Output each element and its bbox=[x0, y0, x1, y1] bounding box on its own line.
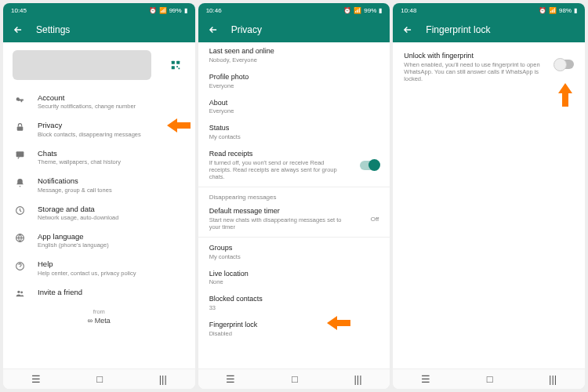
nav-back-icon[interactable]: ||| bbox=[159, 373, 167, 385]
page-title: Privacy bbox=[231, 24, 262, 35]
svg-rect-3 bbox=[176, 66, 178, 67]
fingerprint-screen: 10:48 ⏰📶98%▮ Fingerprint lock Unlock wit… bbox=[393, 3, 585, 389]
people-icon bbox=[14, 289, 25, 299]
item-label: Help bbox=[38, 260, 184, 268]
item-sub: Security notifications, change number bbox=[38, 103, 184, 110]
svg-rect-6 bbox=[16, 151, 24, 157]
item-label: App language bbox=[38, 232, 184, 241]
item-label: Chats bbox=[38, 149, 184, 158]
section-disappearing: Disappearing messages bbox=[198, 189, 390, 202]
settings-item-account[interactable]: AccountSecurity notifications, change nu… bbox=[3, 88, 195, 115]
item-sub: Help center, contact us, privacy policy bbox=[38, 270, 184, 277]
item-label: Invite a friend bbox=[38, 288, 184, 296]
svg-rect-1 bbox=[176, 61, 180, 64]
app-bar: Fingerprint lock bbox=[393, 17, 585, 42]
nav-recent-icon[interactable]: ☰ bbox=[31, 373, 41, 385]
nav-recent-icon[interactable]: ☰ bbox=[421, 373, 430, 385]
settings-list[interactable]: AccountSecurity notifications, change nu… bbox=[3, 42, 195, 368]
privacy-screen: 10:46 ⏰📶99%▮ Privacy Last seen and onlin… bbox=[198, 3, 390, 389]
nav-back-icon[interactable]: ||| bbox=[354, 373, 361, 385]
privacy-item-unlockfingerprint[interactable]: Unlock with fingerprint When enabled, yo… bbox=[393, 42, 585, 87]
key-icon bbox=[14, 94, 25, 105]
item-sub: Theme, wallpapers, chat history bbox=[38, 158, 184, 165]
toggle-readreceipts[interactable] bbox=[360, 161, 379, 170]
item-label: Storage and data bbox=[38, 205, 184, 213]
settings-item-privacy[interactable]: PrivacyBlock contacts, disappearing mess… bbox=[3, 115, 195, 143]
svg-point-10 bbox=[17, 291, 20, 293]
privacy-item-blocked[interactable]: Blocked contacts33 bbox=[198, 290, 390, 316]
item-sub: Block contacts, disappearing messages bbox=[38, 131, 184, 138]
lock-icon bbox=[14, 122, 25, 132]
svg-rect-0 bbox=[171, 61, 174, 64]
page-title: Settings bbox=[36, 24, 70, 35]
item-sub: Message, group & call tones bbox=[38, 187, 184, 194]
chat-icon bbox=[14, 150, 25, 161]
svg-rect-4 bbox=[178, 68, 180, 70]
nav-bar: ☰ □ ||| bbox=[393, 368, 585, 389]
settings-item-notifications[interactable]: NotificationsMessage, group & call tones bbox=[3, 171, 195, 198]
app-bar: Privacy bbox=[198, 17, 390, 42]
page-title: Fingerprint lock bbox=[426, 24, 490, 35]
privacy-item-groups[interactable]: GroupsMy contacts bbox=[198, 239, 390, 265]
settings-item-language[interactable]: App languageEnglish (phone's language) bbox=[3, 227, 195, 254]
footer-brand: ∞ Meta bbox=[3, 317, 195, 331]
status-bar: 10:48 ⏰📶98%▮ bbox=[393, 3, 585, 17]
privacy-item-readreceipts[interactable]: Read receipts If turned off, you won't s… bbox=[198, 145, 390, 185]
svg-rect-2 bbox=[171, 66, 174, 69]
fingerprint-content: Unlock with fingerprint When enabled, yo… bbox=[393, 42, 585, 368]
settings-screen: 10:45 ⏰📶99%▮ Settings AccountSecurity no… bbox=[3, 3, 195, 389]
divider bbox=[198, 187, 390, 187]
status-icons: ⏰📶99%▮ bbox=[343, 7, 382, 14]
privacy-item-livelocation[interactable]: Live locationNone bbox=[198, 265, 390, 291]
status-icons: ⏰📶98%▮ bbox=[539, 7, 577, 14]
bell-icon bbox=[14, 177, 25, 188]
privacy-item-defaulttimer[interactable]: Default message timer Start new chats wi… bbox=[198, 202, 390, 235]
settings-item-storage[interactable]: Storage and dataNetwork usage, auto-down… bbox=[3, 199, 195, 227]
clock: 10:45 bbox=[11, 7, 27, 14]
item-label: Notifications bbox=[38, 176, 184, 185]
item-sub: English (phone's language) bbox=[38, 241, 184, 249]
app-bar: Settings bbox=[3, 17, 195, 42]
nav-bar: ☰ □ ||| bbox=[3, 368, 195, 389]
settings-item-chats[interactable]: ChatsTheme, wallpapers, chat history bbox=[3, 143, 195, 171]
toggle-fingerprint[interactable] bbox=[555, 60, 574, 69]
back-icon[interactable] bbox=[208, 24, 219, 35]
item-label: Account bbox=[38, 93, 184, 102]
settings-item-help[interactable]: HelpHelp center, contact us, privacy pol… bbox=[3, 254, 195, 281]
status-bar: 10:45 ⏰📶99%▮ bbox=[3, 3, 195, 17]
privacy-list[interactable]: Last seen and onlineNobody, Everyone Pro… bbox=[198, 42, 390, 368]
clock: 10:48 bbox=[401, 7, 416, 14]
qr-icon[interactable] bbox=[165, 55, 186, 75]
nav-home-icon[interactable]: □ bbox=[487, 373, 493, 385]
status-bar: 10:46 ⏰📶99%▮ bbox=[198, 3, 390, 17]
svg-rect-5 bbox=[16, 126, 23, 130]
value-off: Off bbox=[371, 215, 379, 222]
privacy-item-fingerprint[interactable]: Fingerprint lock Disabled bbox=[198, 316, 390, 342]
nav-back-icon[interactable]: ||| bbox=[549, 373, 557, 385]
nav-home-icon[interactable]: □ bbox=[96, 373, 103, 385]
back-icon[interactable] bbox=[402, 24, 413, 35]
settings-item-invite[interactable]: Invite a friend bbox=[3, 282, 195, 305]
footer-from: from bbox=[3, 305, 195, 317]
nav-recent-icon[interactable]: ☰ bbox=[226, 373, 235, 385]
item-label: Privacy bbox=[38, 121, 184, 129]
privacy-item-about[interactable]: AboutEveryone bbox=[198, 94, 390, 120]
svg-point-11 bbox=[20, 292, 23, 294]
privacy-item-status[interactable]: StatusMy contacts bbox=[198, 119, 390, 145]
status-icons: ⏰📶99%▮ bbox=[149, 7, 187, 14]
data-icon bbox=[14, 205, 25, 216]
nav-bar: ☰ □ ||| bbox=[198, 368, 390, 389]
privacy-item-lastseen[interactable]: Last seen and onlineNobody, Everyone bbox=[198, 42, 390, 68]
back-icon[interactable] bbox=[13, 24, 24, 35]
privacy-item-profilephoto[interactable]: Profile photoEveryone bbox=[198, 68, 390, 94]
divider bbox=[198, 237, 390, 238]
nav-home-icon[interactable]: □ bbox=[292, 373, 298, 385]
globe-icon bbox=[14, 233, 25, 244]
clock: 10:46 bbox=[206, 7, 222, 14]
item-sub: Network usage, auto-download bbox=[38, 214, 184, 221]
help-icon bbox=[14, 260, 25, 271]
profile-card[interactable] bbox=[13, 50, 151, 80]
